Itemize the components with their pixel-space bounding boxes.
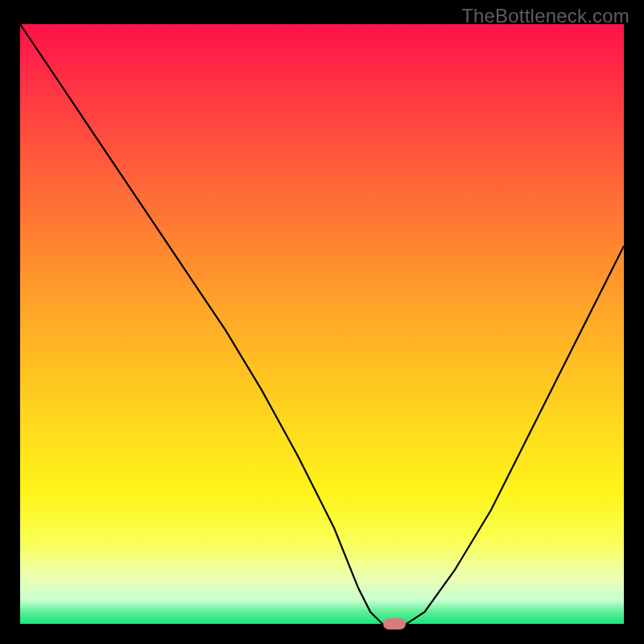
optimal-marker xyxy=(383,618,406,630)
bottleneck-curve xyxy=(20,24,624,624)
chart-frame: TheBottleneck.com xyxy=(0,0,644,644)
